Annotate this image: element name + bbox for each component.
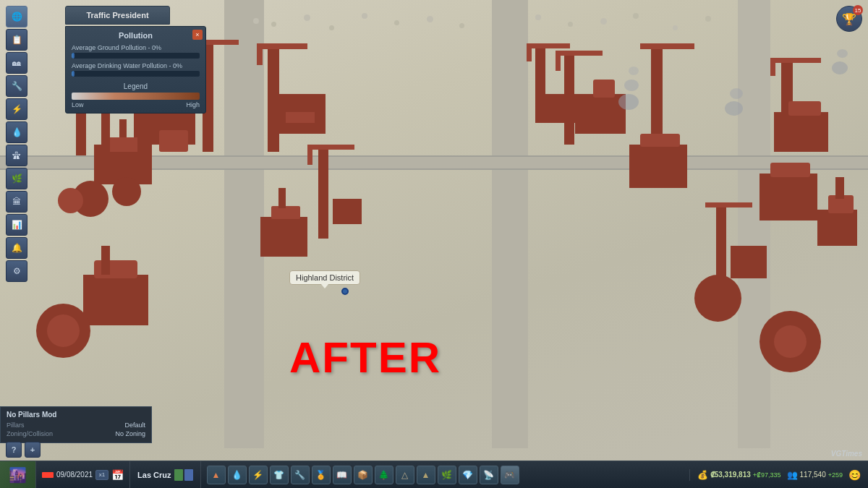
mod-panel: No Pillars Mod Pillars Default Zoning/Co… <box>0 406 152 443</box>
pillars-row: Pillars Default <box>7 421 145 429</box>
water-pollution-label: Average Drinking Water Pollution - 0% <box>72 62 200 69</box>
help-buttons: ? + <box>6 442 41 458</box>
population-icon: 👥 <box>787 470 798 480</box>
watermark: VGTimes <box>831 450 862 458</box>
left-sidebar: 🌐 📋 🏘 🔧 ⚡ 💧 🛣 🌿 🏛 📊 🔔 ⚙ <box>6 6 29 282</box>
sidebar-icon-list[interactable]: 📋 <box>6 29 27 51</box>
ground-pollution-bar-bg <box>72 53 200 59</box>
bottom-toolbar: 🌆 09/08/2021 x1 📅 Las Cruz ▲ 💧 ⚡ 👕 🔧 🏅 📖… <box>0 461 868 488</box>
sidebar-icon-tools[interactable]: 🔧 <box>6 75 27 97</box>
pollution-panel: Pollution × Average Ground Pollution - 0… <box>65 26 206 114</box>
add-button[interactable]: + <box>25 442 41 458</box>
mod-panel-title: No Pillars Mod <box>7 411 145 419</box>
speed-button[interactable]: x1 <box>95 470 109 480</box>
district-tooltip: Highland District <box>289 270 360 285</box>
tool-info[interactable]: 📖 <box>333 466 352 484</box>
water-pollution-bar-bg <box>72 71 200 77</box>
toolbar-icons: ▲ 💧 ⚡ 👕 🔧 🏅 📖 📦 🌲 △ ▲ 🌿 💎 📡 🎮 <box>201 466 689 484</box>
tool-services[interactable]: 🔧 <box>291 466 310 484</box>
happiness-icon: 😊 <box>848 469 861 481</box>
tool-environment[interactable]: 🌿 <box>438 466 456 484</box>
population-change: +259 <box>828 471 843 479</box>
zoning-row: Zoning/Collision No Zoning <box>7 430 145 437</box>
tool-decorations[interactable]: 💎 <box>459 466 477 484</box>
water-pollution-row: Average Drinking Water Pollution - 0% <box>72 62 200 77</box>
achievements-button[interactable]: 🏆 15 <box>836 6 862 32</box>
zone-bars <box>174 469 193 481</box>
pause-indicator <box>42 472 54 478</box>
sidebar-icon-stats[interactable]: 📊 <box>6 214 27 236</box>
money-section: 💰 ₡53,319,813 +₡97,335 👥 117,540 +259 😊 <box>689 469 868 481</box>
sidebar-icon-settings[interactable]: ⚙ <box>6 260 27 282</box>
legend-section: Legend Low High <box>72 82 200 108</box>
tool-disasters[interactable]: 📡 <box>480 466 498 484</box>
population-amount: 117,540 <box>800 471 826 479</box>
tool-zones[interactable]: 👕 <box>270 466 289 484</box>
tool-mods[interactable]: 🎮 <box>501 466 519 484</box>
legend-high-label: High <box>186 101 200 108</box>
help-button[interactable]: ? <box>6 442 22 458</box>
money-item: 💰 ₡53,319,813 +₡97,335 <box>697 470 781 480</box>
achievements-badge: 15 <box>853 5 863 15</box>
money-change: +₡97,335 <box>753 471 781 479</box>
zoning-label: Zoning/Collision <box>7 430 53 437</box>
tool-elevation[interactable]: △ <box>396 466 414 484</box>
tool-roads[interactable]: ▲ <box>207 466 226 484</box>
app-title-text: Traffic President <box>86 11 148 20</box>
legend-title: Legend <box>72 82 200 90</box>
zoning-value: No Zoning <box>115 430 145 437</box>
sidebar-icon-house[interactable]: 🏘 <box>6 52 27 74</box>
pillars-label: Pillars <box>7 421 25 429</box>
close-button[interactable]: × <box>192 30 203 40</box>
sidebar-icon-road[interactable]: 🛣 <box>6 145 27 166</box>
sidebar-icon-water[interactable]: 💧 <box>6 121 27 143</box>
sidebar-icon-park[interactable]: 🌿 <box>6 168 27 189</box>
app-title-bar: Traffic President <box>65 6 170 25</box>
city-name: Las Cruz <box>137 471 171 479</box>
city-name-section: Las Cruz <box>130 461 200 488</box>
money-icon: 💰 <box>697 470 708 480</box>
pillars-value: Default <box>124 421 145 429</box>
sidebar-icon-alerts[interactable]: 🔔 <box>6 237 27 259</box>
residential-bar <box>174 469 183 481</box>
pollution-panel-title: Pollution <box>72 31 200 40</box>
commercial-bar <box>184 469 193 481</box>
water-pollution-bar-fill <box>72 71 75 77</box>
top-right-controls: 🏆 15 <box>836 6 862 32</box>
tool-parks[interactable]: 🌲 <box>375 466 393 484</box>
sidebar-icon-power[interactable]: ⚡ <box>6 98 27 120</box>
legend-gradient-bar <box>72 93 200 100</box>
legend-labels: Low High <box>72 101 200 108</box>
ground-pollution-label: Average Ground Pollution - 0% <box>72 44 200 51</box>
money-amount: ₡53,319,813 <box>710 471 751 479</box>
district-marker <box>341 288 349 295</box>
ground-pollution-row: Average Ground Pollution - 0% <box>72 44 200 59</box>
sidebar-icon-globe[interactable]: 🌐 <box>6 6 27 27</box>
tool-power[interactable]: ⚡ <box>249 466 268 484</box>
date-section: 09/08/2021 x1 📅 <box>36 461 130 488</box>
ground-pollution-bar-fill <box>72 53 75 59</box>
sidebar-icon-services[interactable]: 🏛 <box>6 191 27 213</box>
tool-policies[interactable]: 🏅 <box>312 466 331 484</box>
population-item: 👥 117,540 +259 <box>787 470 843 480</box>
after-overlay-text: AFTER <box>289 333 441 382</box>
tool-water[interactable]: 💧 <box>228 466 247 484</box>
legend-low-label: Low <box>72 101 84 108</box>
tool-terrain[interactable]: ▲ <box>417 466 435 484</box>
date-display: 09/08/2021 <box>56 471 93 479</box>
tool-assets[interactable]: 📦 <box>354 466 373 484</box>
player-avatar[interactable]: 🌆 <box>0 461 36 489</box>
